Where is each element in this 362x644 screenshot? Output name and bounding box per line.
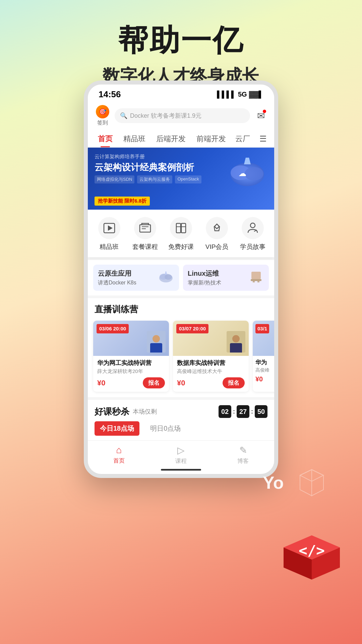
home-indicator xyxy=(161,469,201,471)
quick-link-icon-story xyxy=(242,217,264,239)
tab-frontend[interactable]: 前端开发 xyxy=(191,130,231,147)
phone-frame: 14:56 ▌▌▌▌ 5G ▓▓▌ 🎯 签到 🔍 Docker 软考备考新课1.… xyxy=(84,80,278,478)
home-nav-icon: ⌂ xyxy=(116,445,122,455)
live-card-3-body: 华为 高俊峰 ¥0 xyxy=(253,356,274,386)
svg-rect-11 xyxy=(181,223,186,233)
tab-premium[interactable]: 精品班 xyxy=(118,130,151,147)
timer-seconds: 50 xyxy=(255,405,267,418)
mail-button[interactable]: ✉ xyxy=(253,108,268,123)
svg-marker-20 xyxy=(165,271,167,275)
quick-link-bundle[interactable]: 套餐课程 xyxy=(131,217,159,251)
date-tab-today[interactable]: 今日18点场 xyxy=(95,421,139,436)
yo-label: Yo xyxy=(263,473,284,493)
live-card-2-title: 数据库实战特训营 xyxy=(177,359,245,367)
live-card-1-author: 薛大龙深耕软考20年 xyxy=(97,368,165,375)
tab-backend[interactable]: 后端开发 xyxy=(151,130,191,147)
quick-link-label-bundle: 套餐课程 xyxy=(132,243,158,251)
blog-nav-icon: ✎ xyxy=(239,445,247,456)
date-tabs: 今日18点场 明日0点场 xyxy=(88,421,274,440)
live-card-1-img: 03/06 20:00 xyxy=(93,321,169,356)
live-card-2-price: ¥0 xyxy=(177,379,185,387)
quick-link-story[interactable]: 学员故事 xyxy=(239,217,267,251)
banner-promo-badge[interactable]: 抢学新技能 限时6.8折 xyxy=(95,197,150,206)
flash-title: 好课秒杀 xyxy=(95,406,129,418)
status-icons: ▌▌▌▌ 5G ▓▓▌ xyxy=(217,91,263,98)
live-card-3[interactable]: 03/1 华为 高俊峰 ¥0 xyxy=(253,321,274,392)
banner-small-label: 云计算架构师培养手册 xyxy=(95,154,267,160)
live-card-1-person xyxy=(147,331,166,353)
quick-link-icon-vip xyxy=(206,217,228,239)
banner-tags: 网络虚拟化与SDN 云架构与云服务 OpenStack xyxy=(95,175,267,183)
quick-link-icon-free xyxy=(170,217,192,239)
status-bar: 14:56 ▌▌▌▌ 5G ▓▓▌ xyxy=(88,85,274,102)
course-sub-linux: 掌握新/热技术 xyxy=(188,279,221,286)
live-card-1-title: 华为网工实战特训营 xyxy=(97,359,165,367)
course-nav-icon: ▷ xyxy=(177,445,185,456)
tab-home[interactable]: 首页 xyxy=(93,130,118,147)
bottom-nav-blog[interactable]: ✎ 博客 xyxy=(226,445,260,465)
course-card-linux[interactable]: Linux运维 掌握新/热技术 xyxy=(183,265,269,291)
live-card-1-footer: ¥0 报名 xyxy=(97,377,165,388)
live-card-1-signup[interactable]: 报名 xyxy=(143,377,165,388)
cloud-icon xyxy=(158,269,174,287)
bottom-nav: ⌂ 首页 ▷ 课程 ✎ 博客 xyxy=(88,440,274,467)
live-card-2-person xyxy=(227,331,245,353)
course-card-cloud[interactable]: 云原生应用 讲透Docker K8s xyxy=(93,265,179,291)
course-title-linux: Linux运维 xyxy=(188,269,221,278)
course-title-cloud: 云原生应用 xyxy=(98,269,136,278)
banner-tag-1: 网络虚拟化与SDN xyxy=(95,175,134,183)
bottom-nav-course[interactable]: ▷ 课程 xyxy=(164,445,198,465)
quick-link-vip[interactable]: VIP会员 xyxy=(203,217,231,251)
live-card-2-signup[interactable]: 报名 xyxy=(223,377,245,388)
red-cube-decoration: </> xyxy=(272,503,352,584)
svg-text:</>: </> xyxy=(299,542,325,559)
live-card-3-author: 高俊峰 xyxy=(255,367,274,373)
bottom-nav-home[interactable]: ⌂ 首页 xyxy=(102,445,136,465)
svg-point-19 xyxy=(165,274,172,280)
status-time: 14:56 xyxy=(99,89,121,100)
svg-marker-29 xyxy=(312,470,323,496)
live-card-3-price: ¥0 xyxy=(255,375,274,383)
quick-link-premium[interactable]: 精品班 xyxy=(95,217,123,251)
sign-in-button[interactable]: 🎯 签到 xyxy=(94,105,111,126)
live-card-1-time-badge: 03/06 20:00 xyxy=(97,324,129,333)
live-card-2-author: 高俊峰运维技术大牛 xyxy=(177,368,245,375)
quick-link-icon-premium xyxy=(98,217,120,239)
live-card-2-img: 03/07 20:00 xyxy=(173,321,249,356)
date-tab-tomorrow[interactable]: 明日0点场 xyxy=(145,421,186,436)
hero-title: 帮助一亿 xyxy=(0,20,362,61)
quick-link-label-story: 学员故事 xyxy=(240,243,265,251)
banner[interactable]: 云计算架构师培养手册 云架构设计经典案例剖析 网络虚拟化与SDN 云架构与云服务… xyxy=(88,148,274,210)
svg-marker-6 xyxy=(108,225,113,231)
search-icon: 🔍 xyxy=(120,112,127,119)
banner-tag-2: 云架构与云服务 xyxy=(137,175,172,183)
search-bar[interactable]: 🔍 Docker 软考备考新课1.9元 xyxy=(115,108,250,123)
more-icon[interactable]: ☰ xyxy=(257,131,269,147)
live-card-1[interactable]: 03/06 20:00 华为网工实战特训营 薛大龙深耕软考20年 ¥0 报名 xyxy=(93,321,169,392)
timer-minutes: 27 xyxy=(237,405,249,418)
live-card-2[interactable]: 03/07 20:00 数据库实战特训营 高俊峰运维技术大牛 ¥0 报名 xyxy=(173,321,249,392)
course-row: 云原生应用 讲透Docker K8s Linux运维 掌握新/热技术 xyxy=(88,260,274,296)
nav-tabs: 首页 精品班 后端开发 前端开发 云厂 ☰ xyxy=(88,130,274,148)
search-placeholder: Docker 软考备考新课1.9元 xyxy=(130,112,201,120)
live-card-3-img: 03/1 xyxy=(253,321,274,356)
banner-text: 云计算架构师培养手册 云架构设计经典案例剖析 网络虚拟化与SDN 云架构与云服务… xyxy=(95,154,267,183)
live-card-2-footer: ¥0 报名 xyxy=(177,377,245,388)
live-card-3-time-badge: 03/1 xyxy=(255,324,269,333)
svg-point-15 xyxy=(250,223,255,228)
quick-link-icon-bundle xyxy=(134,217,156,239)
tab-cloud[interactable]: 云厂 xyxy=(231,130,254,147)
live-section-header: 直播训练营 xyxy=(88,298,274,318)
timer-sep-1: : xyxy=(233,408,235,415)
signal-icon: ▌▌▌▌ xyxy=(217,91,236,98)
svg-rect-24 xyxy=(257,281,259,282)
banner-title: 云架构设计经典案例剖析 xyxy=(95,162,267,173)
quick-link-free[interactable]: 免费好课 xyxy=(167,217,195,251)
battery-icon: ▓▓▌ xyxy=(249,91,263,98)
live-cards-row: 03/06 20:00 华为网工实战特训营 薛大龙深耕软考20年 ¥0 报名 xyxy=(88,318,274,397)
svg-rect-21 xyxy=(251,272,261,279)
timer-sep-2: : xyxy=(251,408,253,415)
live-card-1-price: ¥0 xyxy=(97,379,105,387)
live-card-2-time-badge: 03/07 20:00 xyxy=(176,324,208,333)
svg-rect-23 xyxy=(253,281,255,282)
